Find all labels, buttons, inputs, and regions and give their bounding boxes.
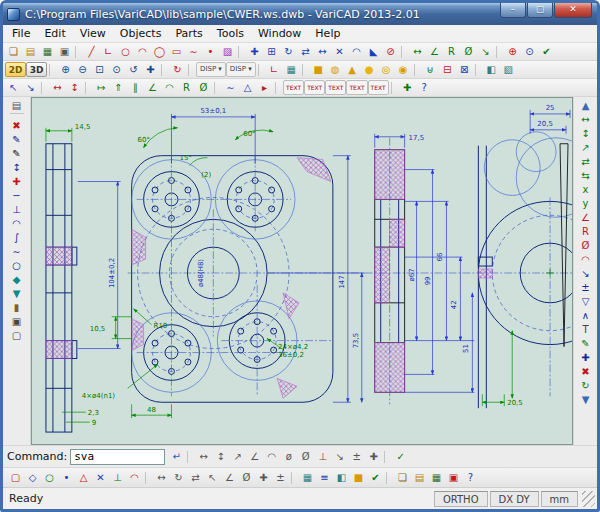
cdim-radius-icon[interactable]: ø — [280, 449, 297, 464]
status-ortho[interactable]: ORTHO — [434, 491, 488, 507]
dim-angular-icon[interactable]: ∠ — [144, 80, 161, 95]
rweld-icon[interactable]: ∧ — [577, 308, 594, 322]
menu-tools[interactable]: Tools — [210, 26, 251, 41]
stamp-icon[interactable]: ▣ — [8, 314, 25, 328]
leader-icon[interactable]: ↘ — [477, 44, 494, 59]
boolean-intersect-icon[interactable]: ⊠ — [456, 62, 473, 77]
dim-parallel-icon[interactable]: ∥ — [127, 80, 144, 95]
menu-window[interactable]: Window — [251, 26, 308, 41]
rdim-arc-icon[interactable]: ◠ — [577, 252, 594, 266]
bsnap-quad-icon[interactable]: △ — [75, 470, 92, 485]
open-file-icon[interactable]: ▤ — [22, 44, 39, 59]
resize-grip[interactable] — [582, 491, 595, 507]
arc-left-icon[interactable]: ◠ — [8, 216, 25, 230]
subtract-icon[interactable]: − — [8, 188, 25, 202]
redit-dim-icon[interactable]: ✎ — [577, 336, 594, 350]
solid-box-icon[interactable]: ■ — [310, 62, 327, 77]
text-search-button[interactable]: TEXT — [368, 80, 389, 95]
grid-toggle-icon[interactable]: ▦ — [283, 62, 300, 77]
dim-radius2-icon[interactable]: R — [178, 80, 195, 95]
rsurface-icon[interactable]: ▽ — [577, 294, 594, 308]
mirror-tool-icon[interactable]: ⇄ — [297, 44, 314, 59]
dim-linear-icon[interactable]: ↦ — [93, 80, 110, 95]
print-icon[interactable]: ▣ — [56, 44, 73, 59]
text-create-button[interactable]: TEXT — [283, 80, 304, 95]
bsnap-mid-icon[interactable]: ◇ — [24, 470, 41, 485]
solid-cylinder-icon[interactable]: ◍ — [327, 62, 344, 77]
bsnap-center-icon[interactable]: ○ — [41, 470, 58, 485]
drawing-canvas[interactable]: 14,5 104±0,2 53±0,1 60° 60° 15° — [31, 97, 573, 445]
cdim-tolerance-icon[interactable]: ± — [348, 449, 365, 464]
menu-view[interactable]: View — [73, 26, 113, 41]
rdelete-dim-icon[interactable]: ✖ — [577, 364, 594, 378]
extent-icon[interactable]: ↘ — [22, 80, 39, 95]
menu-objects[interactable]: Objects — [113, 26, 169, 41]
view-3d-button[interactable]: 3D — [26, 62, 47, 77]
zoom-previous-icon[interactable]: ↺ — [125, 62, 142, 77]
bview-layers-icon[interactable]: ≡ — [316, 470, 333, 485]
cdim-v-icon[interactable]: ↕ — [212, 449, 229, 464]
text-attributes-button[interactable]: TEXT — [325, 80, 346, 95]
bsnap-perp-icon[interactable]: ⊥ — [109, 470, 126, 485]
bfile-new-icon[interactable]: ❏ — [394, 470, 411, 485]
point-tool-icon[interactable]: • — [202, 44, 219, 59]
solid-cone-icon[interactable]: ▲ — [344, 62, 361, 77]
menu-edit[interactable]: Edit — [37, 26, 72, 41]
polygon-icon[interactable]: △ — [239, 80, 256, 95]
scroll-down-icon[interactable]: ▼ — [577, 392, 594, 406]
cdim-ordinate-icon[interactable]: ⊥ — [314, 449, 331, 464]
trim-tool-icon[interactable]: ✕ — [331, 44, 348, 59]
bmod-move-icon[interactable]: ↔ — [153, 470, 170, 485]
rdim-baseline-icon[interactable]: ⇆ — [577, 168, 594, 182]
droplet-icon[interactable]: ◆ — [8, 272, 25, 286]
text-style-button[interactable]: TEXT — [346, 80, 367, 95]
rdim-ordinate-y-icon[interactable]: y — [577, 196, 594, 210]
origin-icon[interactable]: ↖ — [5, 80, 22, 95]
rdim-vertical-icon[interactable]: ↕ — [577, 126, 594, 140]
clipboard-icon[interactable]: ▢ — [8, 328, 25, 342]
boolean-subtract-icon[interactable]: ⊟ — [439, 62, 456, 77]
chamfer-tool-icon[interactable]: ◣ — [365, 44, 382, 59]
bsnap-end-icon[interactable]: ▢ — [7, 470, 24, 485]
cdim-diameter-icon[interactable]: Ø — [297, 449, 314, 464]
rdim-horizontal-icon[interactable]: ↔ — [577, 112, 594, 126]
bsnap-node-icon[interactable]: • — [58, 470, 75, 485]
curve-icon[interactable]: ∼ — [222, 80, 239, 95]
add-icon[interactable]: ✚ — [8, 174, 25, 188]
display-layers-button[interactable]: DISP ▾ — [226, 62, 256, 77]
bview-grid-icon[interactable]: ▦ — [299, 470, 316, 485]
dim-angle-icon[interactable]: ∠ — [426, 44, 443, 59]
view-2d-button[interactable]: 2D — [5, 62, 26, 77]
rupdate-dim-icon[interactable]: ↻ — [577, 378, 594, 392]
confirm-icon[interactable]: ✔ — [538, 44, 555, 59]
perpendicular-icon[interactable]: ⊥ — [8, 202, 25, 216]
hatch-tool-icon[interactable]: ▨ — [219, 44, 236, 59]
zoom-all-icon[interactable]: ⊙ — [108, 62, 125, 77]
erase-tool-icon[interactable]: ⊘ — [382, 44, 399, 59]
delete-icon[interactable]: ✖ — [8, 118, 25, 132]
arc-tool-icon[interactable]: ◠ — [134, 44, 151, 59]
polyline-tool-icon[interactable]: ∟ — [100, 44, 117, 59]
print-preview-icon[interactable]: ▤ — [8, 98, 25, 112]
solid-sphere-icon[interactable]: ● — [361, 62, 378, 77]
pan-view-icon[interactable]: ✚ — [142, 62, 159, 77]
zoom-out-icon[interactable]: ⊖ — [74, 62, 91, 77]
move-tool-icon[interactable]: ✚ — [246, 44, 263, 59]
line-tool-icon[interactable]: ╱ — [83, 44, 100, 59]
cdim-accept-icon[interactable]: ✓ — [392, 449, 409, 464]
dim-arc-icon[interactable]: ◠ — [161, 80, 178, 95]
bfile-open-icon[interactable]: ▤ — [411, 470, 428, 485]
dim-diameter-icon[interactable]: Ø — [460, 44, 477, 59]
maximize-button[interactable]: ▢ — [527, 3, 553, 18]
bhelp-icon[interactable]: ? — [462, 470, 479, 485]
measure-icon[interactable]: ✚ — [399, 80, 416, 95]
menu-file[interactable]: File — [5, 26, 37, 41]
spline-tool-icon[interactable]: ∼ — [185, 44, 202, 59]
rdim-ordinate-x-icon[interactable]: x — [577, 182, 594, 196]
dim-radius-icon[interactable]: R — [443, 44, 460, 59]
snap-point-icon[interactable]: ⊙ — [521, 44, 538, 59]
cdim-arc-icon[interactable]: ◠ — [263, 449, 280, 464]
run-command-icon[interactable]: ↵ — [168, 449, 185, 464]
minimize-button[interactable]: – — [500, 3, 526, 18]
menu-parts[interactable]: Parts — [168, 26, 209, 41]
